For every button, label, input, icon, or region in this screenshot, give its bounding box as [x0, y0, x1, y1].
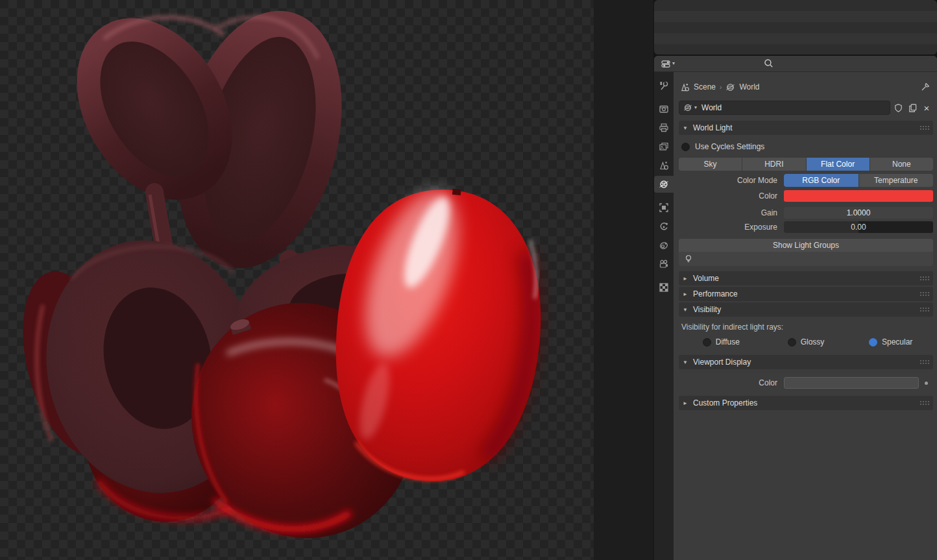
- tab-camera-data[interactable]: [654, 256, 674, 273]
- right-editor-column: ▾: [654, 0, 937, 560]
- tab-constraints[interactable]: [654, 237, 674, 254]
- world-name-field[interactable]: ▾ World: [679, 101, 890, 115]
- render-icon: [659, 104, 669, 114]
- color-label: Color: [679, 191, 784, 201]
- light-type-flat-color[interactable]: Flat Color: [807, 158, 870, 171]
- tab-render[interactable]: [654, 101, 674, 117]
- visibility-toggles-row: Diffuse Glossy Specular: [679, 337, 933, 347]
- gain-slider[interactable]: 1.0000: [784, 207, 933, 219]
- exposure-row: Exposure 0.00: [679, 221, 933, 234]
- panel-title: Performance: [693, 289, 738, 298]
- light-bulb-icon: [684, 254, 693, 263]
- drag-handle-icon[interactable]: [919, 400, 929, 406]
- color-mode-temperature[interactable]: Temperature: [859, 174, 934, 187]
- chevron-down-icon: ▾: [694, 105, 697, 110]
- search-input[interactable]: [763, 58, 774, 69]
- tab-tool[interactable]: [654, 77, 674, 94]
- printer-icon: [659, 123, 669, 133]
- exposure-slider[interactable]: 0.00: [784, 221, 933, 233]
- color-row: Color: [679, 189, 933, 202]
- diffuse-checkbox[interactable]: [703, 338, 711, 347]
- properties-editor-icon: [661, 59, 671, 69]
- chevron-down-icon: ▾: [672, 61, 675, 66]
- glossy-label: Glossy: [801, 337, 825, 347]
- tab-view-layer[interactable]: [654, 138, 674, 155]
- viewport-color-label: Color: [679, 378, 784, 387]
- outliner-area[interactable]: [654, 0, 937, 55]
- shield-icon: [894, 103, 903, 113]
- specular-checkbox[interactable]: [869, 338, 877, 347]
- panel-header-visibility[interactable]: ▼ Visibility: [679, 302, 933, 317]
- world-datablock-row: ▾ World: [679, 100, 933, 116]
- panel-header-performance[interactable]: ► Performance: [679, 287, 933, 301]
- specular-toggle[interactable]: Specular: [848, 337, 933, 347]
- panel-expand-icon: ▼: [683, 359, 688, 365]
- tab-scene[interactable]: [654, 157, 674, 174]
- use-cycles-label: Use Cycles Settings: [695, 142, 764, 151]
- panel-title: World Light: [693, 123, 732, 132]
- pin-icon: [920, 82, 931, 92]
- app-window: ▾: [0, 0, 937, 560]
- world-icon: [659, 179, 669, 189]
- tab-output[interactable]: [654, 119, 674, 136]
- light-type-none[interactable]: None: [870, 158, 933, 171]
- light-type-sky[interactable]: Sky: [679, 158, 742, 171]
- properties-content: Scene › World: [674, 72, 937, 560]
- tab-texture[interactable]: [654, 279, 674, 296]
- properties-editor: ▾: [654, 56, 937, 560]
- show-light-groups-button[interactable]: Show Light Groups: [679, 239, 933, 252]
- object-icon: [659, 202, 669, 213]
- color-mode-label: Color Mode: [679, 176, 784, 185]
- tab-physics[interactable]: [654, 218, 674, 235]
- animate-property-dot[interactable]: [919, 382, 933, 385]
- editor-type-button[interactable]: ▾: [659, 58, 677, 70]
- visibility-hint-row: Visibility for indirect light rays:: [679, 323, 933, 332]
- use-cycles-checkbox[interactable]: [681, 143, 690, 151]
- copy-icon: [908, 103, 918, 113]
- exposure-label: Exposure: [679, 223, 784, 232]
- panel-collapsed-icon: ►: [683, 400, 688, 406]
- tool-icon: [659, 80, 669, 91]
- breadcrumb-world[interactable]: World: [739, 82, 759, 91]
- panel-header-volume[interactable]: ► Volume: [679, 271, 933, 286]
- render-viewport[interactable]: [0, 0, 653, 560]
- constraints-icon: [659, 240, 669, 250]
- view-layer-icon: [659, 141, 669, 152]
- panel-title: Viewport Display: [693, 358, 751, 367]
- panel-header-viewport-display[interactable]: ▼ Viewport Display: [679, 355, 933, 369]
- world-datablock-icon: [683, 103, 692, 112]
- unlink-datablock-button[interactable]: ×: [920, 101, 933, 114]
- headphones-render: [0, 0, 594, 560]
- color-mode-rgb[interactable]: RGB Color: [784, 174, 859, 187]
- panel-header-world-light[interactable]: ▼ World Light: [679, 121, 933, 135]
- panel-header-custom-properties[interactable]: ► Custom Properties: [679, 396, 933, 410]
- drag-handle-icon[interactable]: [919, 125, 929, 130]
- specular-label: Specular: [882, 337, 912, 347]
- search-icon: [763, 58, 774, 69]
- panel-title: Custom Properties: [693, 398, 757, 408]
- gain-label: Gain: [679, 208, 784, 217]
- duplicate-datablock-button[interactable]: [906, 101, 919, 114]
- panel-expand-icon: ▼: [683, 307, 688, 313]
- panel-title: Visibility: [693, 305, 721, 314]
- properties-tab-strip: [654, 72, 674, 560]
- glossy-toggle[interactable]: Glossy: [764, 337, 849, 347]
- drag-handle-icon[interactable]: [919, 276, 929, 281]
- close-icon: ×: [924, 103, 930, 113]
- breadcrumb-scene[interactable]: Scene: [694, 82, 716, 91]
- tab-world[interactable]: [654, 176, 674, 193]
- light-type-hdri[interactable]: HDRI: [742, 158, 806, 171]
- viewport-color-swatch[interactable]: [784, 377, 919, 389]
- scene-breadcrumb-icon: [680, 82, 690, 92]
- glossy-checkbox[interactable]: [788, 338, 796, 347]
- diffuse-toggle[interactable]: Diffuse: [679, 337, 764, 347]
- tab-object[interactable]: [654, 199, 674, 216]
- world-color-swatch[interactable]: [784, 190, 933, 202]
- pin-button[interactable]: [920, 82, 931, 92]
- properties-header: ▾: [654, 56, 937, 72]
- fake-user-button[interactable]: [892, 101, 905, 114]
- drag-handle-icon[interactable]: [919, 359, 929, 365]
- drag-handle-icon[interactable]: [919, 291, 929, 297]
- drag-handle-icon[interactable]: [919, 307, 929, 312]
- diffuse-label: Diffuse: [716, 337, 740, 347]
